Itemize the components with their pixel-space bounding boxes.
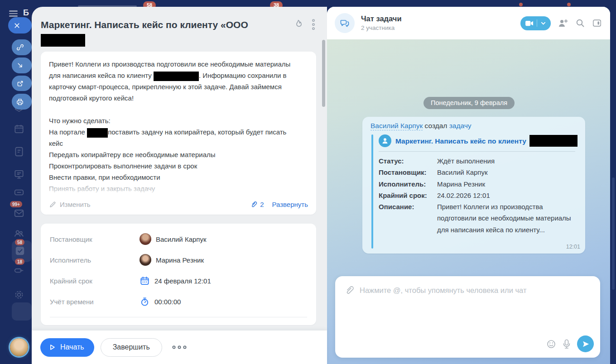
- sidebar-item-card-icon[interactable]: [13, 187, 25, 198]
- task-panel: Маркетинг. Написать кейс по клиенту «ООО…: [32, 7, 327, 364]
- redacted-portal-name: [87, 128, 108, 138]
- message-author-link[interactable]: Василий Карпук: [371, 122, 423, 130]
- todo-line: Передать копирайтеру все необходимые мат…: [49, 149, 296, 160]
- chat-avatar: [335, 13, 355, 33]
- expand-button[interactable]: Развернуть: [272, 201, 308, 208]
- field-row-time-tracking[interactable]: Учёт времени 00:00:00: [50, 292, 307, 311]
- send-button[interactable]: [577, 335, 594, 352]
- bitrix24-app: Б 58 38 99+ 58 18: [0, 0, 616, 364]
- message-input[interactable]: [359, 285, 573, 341]
- emoji-icon: [546, 339, 556, 349]
- summary-row: Исполнитель:Марина Резник: [379, 178, 578, 190]
- avatar: [140, 233, 151, 245]
- divider: [537, 19, 537, 27]
- task-summary-rows: Статус:Ждёт выполнения Постановщик:Васил…: [379, 155, 578, 235]
- field-value: Василий Карпук: [156, 235, 207, 243]
- finish-task-button[interactable]: Завершить: [101, 338, 162, 357]
- add-participant-button[interactable]: [558, 18, 568, 28]
- message-action-line: Василий Карпук создал задачу: [371, 122, 472, 130]
- summary-label: Постановщик:: [379, 167, 437, 178]
- task-description: Привет! Коллеги из производства подготов…: [49, 58, 296, 196]
- summary-value: Марина Резник: [437, 178, 575, 190]
- voice-message-button[interactable]: [562, 339, 571, 350]
- stopwatch-icon: [140, 297, 150, 307]
- crm-badge: 18: [15, 259, 24, 265]
- todo-line: Принять работу и закрыть задачу: [49, 183, 296, 194]
- sidebar-item-board-icon[interactable]: [13, 168, 25, 180]
- copy-link-button[interactable]: [12, 39, 32, 55]
- avatar: [140, 254, 151, 266]
- summary-label: Статус:: [379, 155, 437, 167]
- task-link[interactable]: задачу: [449, 122, 472, 129]
- field-label: Учёт времени: [50, 298, 140, 306]
- summary-row: Статус:Ждёт выполнения: [379, 155, 578, 167]
- redacted-client-name: [529, 135, 578, 147]
- summary-value: Василий Карпук: [437, 167, 575, 178]
- edit-button[interactable]: Изменить: [49, 201, 91, 208]
- sidebar-item-settings-icon[interactable]: [13, 289, 25, 301]
- attachments-button[interactable]: 2: [250, 201, 264, 208]
- sidebar-item-groups-icon[interactable]: [13, 228, 25, 239]
- minimize-panel-button[interactable]: [12, 57, 32, 73]
- print-button[interactable]: [12, 94, 32, 110]
- video-call-button[interactable]: [520, 16, 551, 30]
- message-action-text: создал: [425, 122, 448, 129]
- chat-message: Василий Карпук создал задачу Маркетинг. …: [362, 117, 585, 254]
- divider: [379, 151, 575, 152]
- field-value: 00:00:00: [154, 298, 181, 306]
- quoted-task-title[interactable]: Маркетинг. Написать кейс по клиенту: [395, 136, 578, 147]
- paperclip-icon: [343, 285, 354, 296]
- todo-line: На портале: [49, 128, 85, 136]
- redacted-client-name: [41, 34, 85, 47]
- todo-line: Внести правки, при необходимости: [49, 172, 296, 183]
- calendar-icon: [140, 276, 150, 286]
- sidebar-item-tasks-icon[interactable]: [14, 245, 26, 257]
- sidebar-item-mail-icon[interactable]: [13, 207, 25, 219]
- flame-icon[interactable]: [293, 19, 304, 30]
- close-panel-button[interactable]: [8, 17, 32, 34]
- more-actions-button[interactable]: [170, 342, 189, 352]
- start-label: Начать: [60, 343, 84, 351]
- sidebar-item-calendar-icon[interactable]: [13, 123, 25, 135]
- page-scrollbar[interactable]: [612, 177, 615, 290]
- field-value: Марина Резник: [156, 256, 204, 264]
- task-title-text: Маркетинг. Написать кейс по клиенту «ООО: [41, 19, 248, 30]
- date-chip: Понедельник, 9 февраля: [424, 97, 515, 109]
- user-avatar[interactable]: [10, 338, 28, 356]
- field-row-assignee[interactable]: Исполнитель Марина Резник: [50, 251, 307, 269]
- attachments-count: 2: [260, 201, 264, 208]
- task-panel-scrollbar[interactable]: [322, 40, 325, 107]
- chat-input-box: [335, 276, 600, 358]
- chat-header: Чат задачи 2 участника: [327, 7, 610, 39]
- kebab-menu-icon[interactable]: [308, 19, 319, 30]
- task-quote-avatar: [379, 134, 391, 147]
- divider: [50, 317, 307, 317]
- field-row-deadline[interactable]: Крайний срок 24 февраля 12:01: [50, 272, 307, 290]
- search-button[interactable]: [575, 18, 585, 28]
- emoji-button[interactable]: [546, 339, 556, 349]
- field-label: Исполнитель: [50, 256, 140, 264]
- start-task-button[interactable]: Начать: [40, 338, 94, 357]
- edit-label: Изменить: [60, 201, 91, 208]
- mail-badge: 99+: [10, 201, 22, 207]
- play-icon: [48, 343, 56, 351]
- sidebar-item-doc2-icon[interactable]: [13, 146, 25, 158]
- toggle-sidebar-button[interactable]: [592, 18, 602, 28]
- quote-bar: [371, 134, 373, 249]
- chat-title: Чат задачи: [361, 14, 402, 24]
- summary-value: Ждёт выполнения: [437, 155, 575, 167]
- summary-value: 24.02.2026 12:01: [437, 190, 575, 201]
- chat-participants: 2 участника: [361, 24, 402, 32]
- details-card: Постановщик Василий Карпук Исполнитель М…: [41, 224, 316, 325]
- notification-dot: [567, 3, 571, 6]
- summary-label: Крайний срок:: [379, 190, 437, 201]
- field-row-creator[interactable]: Постановщик Василий Карпук: [50, 230, 307, 248]
- todo-heading: Что нужно сделать:: [49, 115, 296, 126]
- sidebar-item-crm-icon[interactable]: [13, 264, 25, 276]
- summary-row: Постановщик:Василий Карпук: [379, 167, 578, 178]
- todo-line: Заранее спасибо!: [49, 194, 296, 196]
- hamburger-menu-icon[interactable]: [9, 9, 18, 18]
- summary-label: Описание:: [379, 201, 437, 235]
- open-new-window-button[interactable]: [12, 76, 32, 91]
- attach-file-button[interactable]: [343, 285, 354, 296]
